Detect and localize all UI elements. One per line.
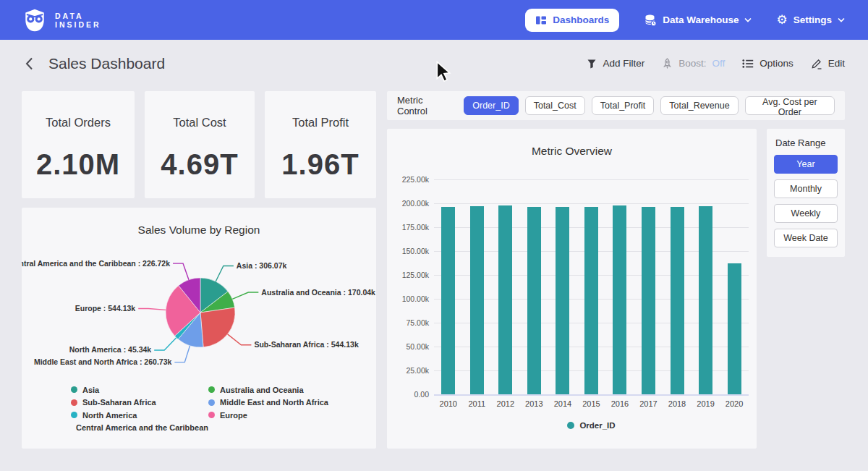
date-range-button-week-date[interactable]: Week Date [774, 229, 838, 247]
pie-callout-line [154, 338, 176, 350]
pie-legend-item-north-america[interactable]: North America [71, 409, 208, 422]
edit-button[interactable]: Edit [811, 58, 845, 69]
metric-chip-total-revenue[interactable]: Total_Revenue [660, 96, 738, 115]
bar-2018[interactable] [671, 207, 684, 395]
brand-logo[interactable]: DATA INSIDER [22, 7, 101, 33]
x-axis-tick: 2016 [605, 399, 634, 408]
sales-volume-pie-card: Sales Volume by Region Asia : 306.07kAus… [22, 208, 376, 449]
legend-dot-icon [71, 386, 77, 393]
legend-dot-icon [71, 412, 77, 418]
y-axis-tick: 75.00k [387, 318, 429, 327]
x-axis-tick: 2013 [520, 399, 548, 408]
x-axis-tick: 2018 [663, 399, 692, 408]
bar-2016[interactable] [613, 205, 626, 394]
metric-chip-order-id[interactable]: Order_ID [464, 96, 518, 115]
metric-chip-total-cost[interactable]: Total_Cost [525, 96, 585, 115]
x-axis-tick: 2011 [463, 399, 491, 408]
bar-plot-area: 225.00k200.00k175.00k150.00k125.00k100.0… [387, 179, 757, 440]
chevron-left-icon [25, 56, 34, 71]
pie-legend-column: Australia and OceaniaMiddle East and Nor… [208, 383, 328, 434]
options-button[interactable]: Options [742, 58, 793, 69]
pie-legend-item-central-america-and-the-caribbean[interactable]: Central America and the Caribbean [71, 422, 208, 435]
pie-slice-label-middle-east-and-north-africa: Middle East and North Africa : 260.73k [34, 357, 172, 366]
legend-label: North America [82, 411, 137, 420]
page-header: Sales Dashboard Add Filter Boost: Off [0, 40, 868, 87]
kpi-label: Total Cost [145, 116, 255, 130]
dashboard-grid-icon [535, 14, 547, 26]
pie-legend-item-sub-saharan-africa[interactable]: Sub-Saharan Africa [71, 396, 208, 410]
y-axis-tick: 125.00k [387, 271, 429, 279]
brand-line2: INSIDER [55, 20, 101, 29]
pie-callout-line [216, 266, 234, 281]
y-axis-tick: 100.00k [387, 294, 429, 303]
pie-legend-item-middle-east-and-north-africa[interactable]: Middle East and North Africa [208, 396, 328, 410]
y-axis-tick: 200.00k [387, 199, 429, 208]
pie-callout-line [228, 334, 252, 345]
pie-legend-column: AsiaSub-Saharan AfricaNorth AmericaCentr… [71, 383, 208, 434]
database-icon [644, 14, 657, 27]
sales-dashboard-screen: DATA INSIDER Dashboards [0, 0, 868, 471]
y-axis-tick: 50.00k [387, 342, 429, 351]
back-button[interactable] [20, 54, 38, 74]
boost-toggle[interactable]: Boost: Off [662, 58, 725, 69]
add-filter-button[interactable]: Add Filter [587, 58, 644, 69]
settings-label: Settings [793, 14, 832, 25]
date-range-button-year[interactable]: Year [774, 155, 838, 174]
x-axis-tick: 2017 [634, 399, 663, 408]
kpi-label: Total Profit [265, 116, 376, 130]
data-warehouse-menu[interactable]: Data Warehouse [644, 14, 752, 27]
metric-chip-total-profit[interactable]: Total_Profit [592, 96, 655, 115]
date-range-title: Date Range [775, 137, 838, 148]
date-range-button-weekly[interactable]: Weekly [774, 204, 838, 223]
pencil-icon [811, 58, 822, 69]
x-axis-tick: 2019 [692, 399, 720, 408]
brand-line1: DATA [55, 12, 101, 20]
pie-callout-line [174, 346, 190, 362]
pie-legend: AsiaSub-Saharan AfricaNorth AmericaCentr… [71, 383, 328, 434]
pie-legend-item-australia-and-oceania[interactable]: Australia and Oceania [208, 383, 328, 396]
bar-2014[interactable] [556, 207, 569, 395]
pie-callout-line [232, 292, 258, 299]
metric-chip-avg-cost-per-order[interactable]: Avg. Cost per Order [745, 96, 835, 115]
settings-menu[interactable]: ⚙ Settings [776, 14, 845, 26]
kpi-value: 4.69T [145, 148, 255, 181]
x-axis-tick: 2012 [491, 399, 519, 408]
kpi-value: 1.96T [265, 148, 376, 181]
bar-2013[interactable] [527, 207, 541, 394]
filter-funnel-icon [587, 59, 597, 69]
bar-2012[interactable] [498, 205, 512, 394]
page-title: Sales Dashboard [48, 55, 587, 72]
pie-legend-item-europe[interactable]: Europe [208, 409, 328, 422]
pie-slice-sub-saharan-africa[interactable] [200, 307, 235, 347]
y-axis-tick: 175.00k [387, 223, 429, 232]
dashboards-button[interactable]: Dashboards [525, 9, 619, 32]
bar-2019[interactable] [699, 206, 712, 394]
data-warehouse-label: Data Warehouse [663, 14, 739, 25]
x-axis-tick: 2020 [720, 399, 749, 408]
pie-slice-label-europe: Europe : 544.13k [75, 304, 136, 313]
bar-2015[interactable] [584, 207, 598, 395]
legend-label: Middle East and North Africa [220, 398, 328, 407]
x-axis-labels: 2010201120122013201420152016201720182019… [434, 399, 749, 408]
legend-label: Sub-Saharan Africa [82, 398, 156, 407]
legend-dot-icon [71, 399, 77, 406]
edit-label: Edit [828, 58, 845, 69]
bar-2020[interactable] [728, 263, 741, 394]
metric-chip-list: Order_IDTotal_CostTotal_ProfitTotal_Reve… [464, 96, 835, 115]
rocket-icon [662, 58, 673, 69]
add-filter-label: Add Filter [603, 58, 644, 69]
bar-2017[interactable] [642, 207, 655, 394]
owl-logo-icon [22, 7, 48, 33]
pie-legend-item-asia[interactable]: Asia [71, 383, 208, 396]
bar-legend-item-order-id[interactable]: Order_ID [434, 421, 749, 430]
pie-callout-line [138, 309, 166, 310]
pie-slice-label-north-america: North America : 45.34k [69, 345, 152, 354]
bar-series [434, 179, 749, 394]
bar-2010[interactable] [441, 207, 455, 395]
date-range-button-monthly[interactable]: Monthly [774, 179, 838, 198]
y-axis-tick: 0.00 [387, 390, 429, 399]
metric-control-bar: Metric Control Order_IDTotal_CostTotal_P… [387, 91, 845, 120]
header-actions: Add Filter Boost: Off [587, 58, 845, 69]
bar-2011[interactable] [470, 206, 484, 394]
y-axis-tick: 150.00k [387, 247, 429, 255]
